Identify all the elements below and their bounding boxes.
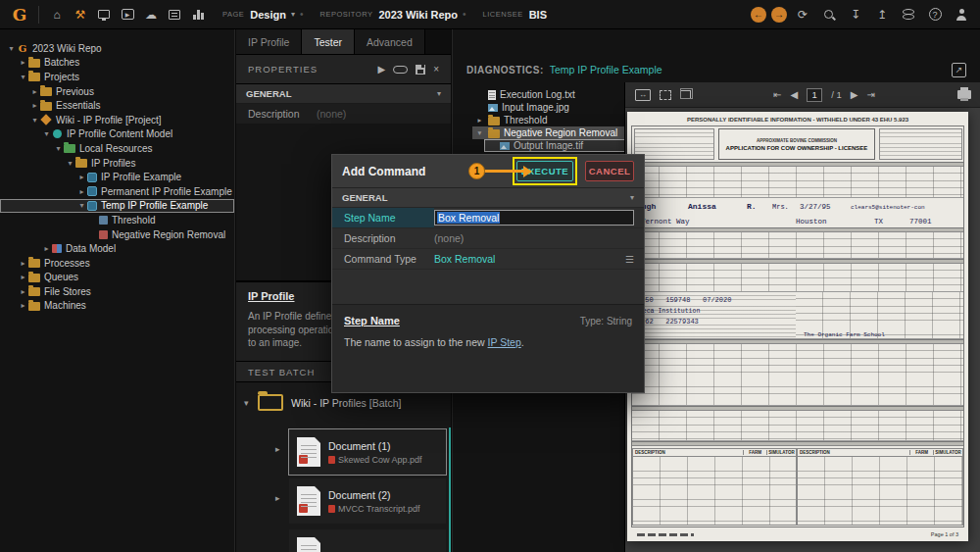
chevron-right-icon[interactable]: ▸	[29, 87, 40, 96]
test-document-card-3-partial[interactable]	[289, 529, 446, 552]
print-icon[interactable]	[957, 90, 971, 99]
database-stack-icon[interactable]	[898, 4, 919, 25]
chevron-down-icon[interactable]: ▾	[630, 193, 634, 202]
chevron-right-icon[interactable]: ▸	[18, 287, 28, 296]
tree-item-ip-profile-example[interactable]: ▸IP Profile Example	[0, 170, 234, 184]
chevron-right-icon[interactable]: ▸	[475, 116, 484, 125]
last-page-icon[interactable]: ⇥	[866, 89, 874, 100]
stats-icon[interactable]	[187, 4, 209, 25]
copy-pages-icon[interactable]	[680, 90, 691, 99]
save-icon[interactable]	[416, 65, 425, 75]
help-icon[interactable]: ?	[924, 4, 946, 25]
tree-item-machines[interactable]: ▸Machines	[0, 299, 234, 314]
page-value[interactable]: Design	[250, 9, 286, 21]
tree-item-permanent-ip-profile[interactable]: ▸Permanent IP Profile Example	[0, 184, 234, 199]
repository-value[interactable]: 2023 Wiki Repo	[378, 9, 458, 21]
menu-icon[interactable]: ☰	[625, 254, 644, 265]
chevron-down-icon[interactable]: ▾	[53, 144, 64, 153]
chevron-down-icon[interactable]: ▾	[18, 73, 28, 81]
machines-icon[interactable]	[164, 4, 185, 25]
download-icon[interactable]: ↧	[845, 4, 866, 25]
chevron-down-icon[interactable]: ▾	[291, 10, 295, 19]
tree-item-local-resources[interactable]: ▾Local Resources	[0, 141, 234, 156]
chevron-down-icon[interactable]: ▾	[65, 159, 75, 168]
upload-icon[interactable]: ↥	[871, 4, 893, 25]
chevron-down-icon[interactable]: ▾	[6, 44, 17, 53]
test-document-card-1[interactable]: Document (1) Skewed Cow App.pdf	[289, 429, 446, 475]
step-name-input[interactable]: Box Removal	[434, 210, 634, 226]
prev-page-icon[interactable]: ◀	[791, 89, 799, 100]
tree-item-projects[interactable]: ▾Projects	[0, 70, 234, 84]
dialog-general-header[interactable]: GENERAL ▾	[332, 188, 644, 208]
expand-popout-icon[interactable]: ↗	[952, 63, 966, 77]
chevron-right-icon[interactable]: ▸	[18, 259, 28, 268]
user-icon[interactable]	[951, 4, 972, 25]
batch-root-row[interactable]: ▾ Wiki - IP Profiles [Batch]	[244, 394, 451, 411]
chevron-right-icon[interactable]: ▸	[41, 244, 52, 253]
design-tools-icon[interactable]: ⚒	[70, 4, 91, 25]
forward-button[interactable]: →	[771, 7, 787, 23]
chevron-down-icon[interactable]: ▾	[437, 89, 441, 98]
tree-item-negative-region-removal[interactable]: Negative Region Removal	[0, 227, 234, 242]
description-property-row[interactable]: Description (none)	[236, 104, 451, 124]
fit-width-icon[interactable]: ↔	[635, 89, 651, 101]
chevron-right-icon[interactable]: ▸	[275, 493, 280, 503]
chevron-right-icon[interactable]: ▸	[18, 273, 28, 281]
execute-step-icon[interactable]: ▶	[377, 64, 385, 75]
diagnostics-profile-link[interactable]: Temp IP Profile Example	[550, 64, 662, 75]
tree-item-processes[interactable]: ▸Processes	[0, 256, 234, 271]
chevron-right-icon[interactable]: ▸	[18, 301, 28, 310]
floppy-icon	[416, 65, 425, 75]
tree-item-queues[interactable]: ▸Queues	[0, 271, 234, 285]
page-number-input[interactable]: 1	[807, 88, 822, 102]
chevron-right-icon[interactable]: ▸	[76, 173, 87, 181]
batch-process-icon[interactable]: ▶	[117, 4, 138, 25]
document-icon	[297, 537, 320, 552]
search-icon[interactable]	[818, 4, 840, 25]
chevron-right-icon[interactable]: ▸	[275, 444, 280, 454]
displays-icon[interactable]	[93, 4, 115, 25]
next-page-icon[interactable]: ▶	[851, 89, 858, 100]
tree-item-repo[interactable]: ▾G2023 Wiki Repo	[0, 41, 234, 56]
app-logo[interactable]: G	[8, 5, 31, 25]
back-button[interactable]: ←	[751, 7, 766, 23]
home-icon[interactable]: ⌂	[46, 4, 68, 25]
chevron-right-icon[interactable]: ▸	[18, 58, 28, 67]
step-name-row[interactable]: Step Name Box Removal	[332, 208, 644, 228]
pdf-badge-icon	[299, 455, 308, 464]
tree-item-temp-ip-profile[interactable]: ▾Temp IP Profile Example	[0, 199, 234, 214]
tree-item-wiki-project[interactable]: ▾Wiki - IP Profile [Project]	[0, 113, 234, 127]
ip-step-link[interactable]: IP Step	[488, 336, 521, 348]
tab-advanced[interactable]: Advanced	[355, 29, 425, 54]
chevron-down-icon[interactable]: ▾	[29, 116, 40, 125]
cloud-upload-icon[interactable]: ☁	[140, 4, 162, 25]
tree-item-previous[interactable]: ▸Previous	[0, 84, 234, 99]
run-toggle-icon[interactable]	[393, 66, 408, 74]
chevron-right-icon[interactable]: ▸	[29, 101, 40, 110]
tab-ip-profile[interactable]: IP Profile	[236, 29, 302, 54]
scanned-document-page[interactable]: PERSONALLY IDENTIFIABLE INFORMATION - WI…	[627, 112, 968, 541]
chevron-down-icon[interactable]: ▾	[475, 128, 484, 137]
refresh-icon[interactable]: ⟳	[792, 4, 813, 25]
tree-item-batches[interactable]: ▸Batches	[0, 56, 234, 71]
region-select-icon[interactable]	[660, 90, 671, 100]
tree-item-content-model[interactable]: ▾IP Profile Content Model	[0, 127, 234, 142]
tree-item-data-model[interactable]: ▸Data Model	[0, 241, 234, 256]
general-section-header[interactable]: GENERAL ▾	[236, 84, 451, 104]
test-document-card-2[interactable]: Document (2) MVCC Transcript.pdf	[289, 478, 446, 524]
command-type-row[interactable]: Command Type Box Removal ☰	[332, 249, 644, 270]
chevron-right-icon[interactable]: ▸	[76, 187, 87, 196]
tree-item-ip-profiles[interactable]: ▾IP Profiles	[0, 156, 234, 171]
tab-tester[interactable]: Tester	[302, 29, 355, 54]
tree-item-essentials[interactable]: ▸Essentials	[0, 98, 234, 113]
chevron-down-icon[interactable]: ▾	[76, 201, 87, 210]
chevron-down-icon[interactable]: ▾	[41, 129, 52, 138]
chevron-down-icon[interactable]: ▾	[244, 398, 258, 408]
description-row[interactable]: Description (none)	[332, 228, 644, 249]
tree-item-file-stores[interactable]: ▸File Stores	[0, 284, 234, 299]
dialog-title: Add Command	[342, 165, 425, 178]
tree-item-threshold[interactable]: Threshold	[0, 213, 234, 227]
cancel-button[interactable]: CANCEL	[585, 161, 634, 181]
close-icon[interactable]: ×	[433, 64, 439, 75]
first-page-icon[interactable]: ⇤	[773, 89, 781, 100]
